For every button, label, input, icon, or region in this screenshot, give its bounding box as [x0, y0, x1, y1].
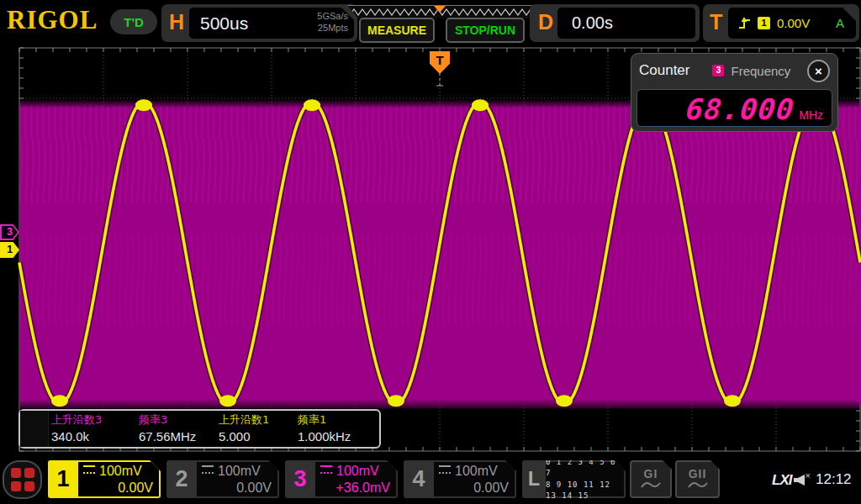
memory-depth: 25Mpts [317, 22, 348, 34]
system-clock: 12:12 [816, 471, 852, 488]
channel-offset: 0.00V [83, 480, 153, 496]
channel-number: 2 [166, 460, 197, 498]
trigger-box: 1 0.00V A [728, 8, 856, 39]
oscilloscope-screen: RIGOL T'D H 500us 5GSa/s 25Mpts MEASURE … [0, 0, 861, 504]
stop-run-button[interactable]: STOP/RUN [446, 18, 525, 43]
measurement-label: 频率3 [139, 412, 216, 429]
dc-coupling-icon [439, 465, 451, 474]
rising-edge-icon [738, 17, 751, 30]
generator-2-label: GII [689, 468, 707, 480]
measurement-item: 频率3 67.56MHz [136, 411, 216, 447]
measure-button[interactable]: MEASURE [359, 18, 435, 43]
channel-4-box[interactable]: 4 100mV 0.00V [404, 460, 516, 498]
generator-1-box[interactable]: GI [630, 460, 672, 498]
delay-box: 0.00s [557, 8, 695, 39]
counter-panel: Counter 3 Frequency × 68.000 MHz [631, 53, 838, 132]
logic-analyzer-box[interactable]: L 0 1 2 3 4 5 6 7 8 9 10 11 12 13 14 15 [522, 460, 626, 498]
channel-3-box[interactable]: 3 100mV +36.0mV [285, 460, 398, 498]
measurement-item: 上升沿数3 340.0k [49, 411, 136, 447]
counter-mode: Frequency [731, 64, 790, 78]
timebase-box: 500us 5GSa/s 25Mpts [189, 8, 354, 39]
channel-scale: 100mV [218, 464, 261, 478]
channel-values: 100mV 0.00V [78, 462, 159, 496]
trigger-level: 0.00V [777, 16, 810, 30]
measurement-label: 频率1 [298, 412, 378, 429]
measurement-value: 67.56MHz [139, 429, 216, 444]
trigger-section[interactable]: T 1 0.00V A [703, 4, 859, 42]
lxi-logo: LXI [772, 472, 791, 489]
measurement-item: 频率1 1.000kHz [295, 411, 378, 447]
channel-offset: +36.0mV [320, 480, 390, 496]
channel-offset: 0.00V [439, 480, 509, 496]
measurement-value: 1.000kHz [298, 429, 378, 444]
generator-1-label: GI [644, 468, 658, 480]
channel-scale: 100mV [455, 464, 498, 478]
counter-header: Counter 3 Frequency × [631, 54, 837, 87]
timebase-value: 500us [200, 13, 248, 34]
channel-values: 100mV 0.00V [197, 462, 277, 496]
measurement-label: 上升沿数3 [51, 412, 136, 429]
channel-values: 100mV 0.00V [434, 462, 515, 496]
horizontal-label: H [169, 10, 184, 34]
dc-coupling-icon [83, 465, 95, 474]
sample-rate: 5GSa/s [317, 10, 348, 22]
dc-coupling-icon [202, 465, 214, 474]
speaker-mute-x: × [806, 470, 811, 480]
trigger-status-badge: T'D [110, 9, 157, 34]
channel-scale: 100mV [336, 464, 379, 478]
trigger-source-badge: 1 [758, 17, 770, 29]
channel-number: 1 [48, 460, 78, 498]
digital-channels-row2: 8 9 10 11 12 13 14 15 [546, 480, 624, 502]
channel-number: 4 [404, 460, 434, 498]
rigol-logo: RIGOL [7, 5, 98, 35]
sine-wave-icon [687, 480, 709, 491]
delay-value: 0.00s [572, 13, 613, 33]
acquisition-info: 5GSa/s 25Mpts [317, 10, 348, 34]
measurement-panel[interactable]: 上升沿数3 340.0k 频率3 67.56MHz 上升沿数1 5.000 频率… [18, 409, 381, 449]
channel-1-box[interactable]: 1 100mV 0.00V [48, 460, 161, 498]
channel-number: 3 [285, 460, 315, 498]
dc-coupling-icon [320, 465, 332, 474]
delay-section[interactable]: D 0.00s [530, 4, 700, 42]
digital-channel-list: 0 1 2 3 4 5 6 7 8 9 10 11 12 13 14 15 [546, 462, 624, 496]
generator-2-box[interactable]: GII [675, 460, 720, 498]
digital-channels-row1: 0 1 2 3 4 5 6 7 [546, 457, 624, 480]
counter-value: 68.000 [685, 95, 796, 123]
window-position-marker-icon [434, 6, 446, 13]
counter-unit: MHz [799, 108, 823, 123]
measurement-value: 5.000 [219, 429, 295, 444]
logic-analyzer-label: L [522, 460, 546, 498]
channel-values: 100mV +36.0mV [315, 462, 396, 496]
counter-source-badge: 3 [712, 65, 724, 76]
measurement-label: 上升沿数1 [219, 412, 295, 429]
mute-icon[interactable]: × [794, 472, 812, 487]
measurement-item: 上升沿数1 5.000 [216, 411, 295, 447]
measurement-panel-handle [20, 411, 49, 447]
horizontal-timebase-section[interactable]: H 500us 5GSa/s 25Mpts [161, 4, 357, 42]
counter-display: 68.000 MHz [637, 89, 832, 127]
menu-button[interactable] [3, 460, 42, 499]
channel-offset: 0.00V [202, 480, 272, 496]
close-icon[interactable]: × [807, 60, 830, 82]
trigger-label: T [710, 10, 722, 34]
speaker-icon [794, 475, 805, 486]
sine-wave-icon [640, 480, 662, 491]
channel-2-box[interactable]: 2 100mV 0.00V [166, 460, 279, 498]
trigger-sweep-mode: A [836, 16, 844, 30]
channel-scale: 100mV [99, 464, 142, 478]
menu-grid-icon [11, 468, 34, 491]
counter-title: Counter [639, 62, 689, 79]
measurement-value: 340.0k [51, 429, 136, 444]
delay-label: D [538, 10, 553, 34]
